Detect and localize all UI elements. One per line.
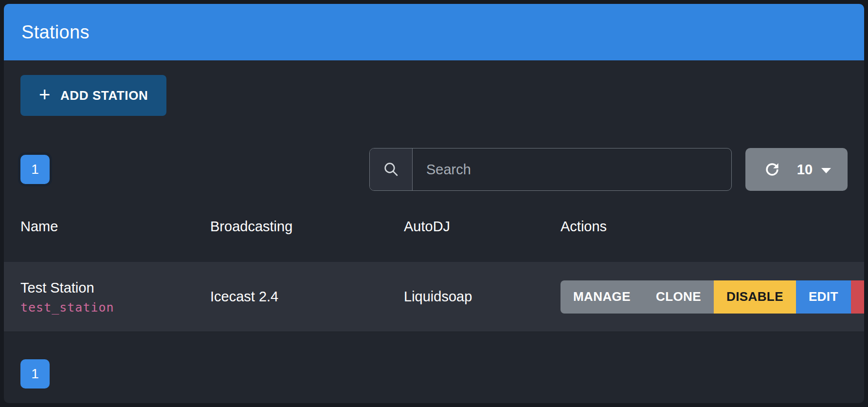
refresh-icon bbox=[763, 160, 781, 179]
station-name-cell: Test Station test_station bbox=[20, 279, 210, 314]
per-page-dropdown[interactable]: 10 bbox=[788, 148, 845, 191]
refresh-button[interactable] bbox=[748, 148, 788, 191]
station-broadcasting: Icecast 2.4 bbox=[210, 289, 404, 305]
column-header-actions: Actions bbox=[561, 219, 848, 235]
search-icon bbox=[382, 161, 400, 178]
per-page-value: 10 bbox=[797, 162, 813, 178]
plus-icon: + bbox=[39, 85, 51, 104]
search-icon-segment bbox=[370, 148, 413, 190]
search-group bbox=[369, 148, 732, 191]
card-footer: 1 bbox=[4, 332, 864, 388]
column-header-broadcasting: Broadcasting bbox=[210, 219, 404, 235]
clone-button[interactable]: CLONE bbox=[643, 280, 714, 314]
actions-button-group: MANAGE CLONE DISABLE EDIT DELETE bbox=[561, 280, 864, 314]
page-title: Stations bbox=[21, 22, 90, 43]
card-header: Stations bbox=[4, 4, 864, 60]
table-header-row: Name Broadcasting AutoDJ Actions bbox=[4, 191, 864, 262]
edit-button[interactable]: EDIT bbox=[796, 280, 851, 314]
stations-card: Stations + ADD STATION 1 bbox=[4, 4, 864, 403]
delete-button[interactable]: DELETE bbox=[851, 280, 864, 314]
add-station-button[interactable]: + ADD STATION bbox=[20, 75, 166, 116]
table-row: Test Station test_station Icecast 2.4 Li… bbox=[4, 262, 864, 332]
column-header-autodj: AutoDJ bbox=[404, 219, 561, 235]
add-station-label: ADD STATION bbox=[60, 88, 148, 103]
station-autodj: Liquidsoap bbox=[404, 289, 561, 305]
column-header-name: Name bbox=[20, 219, 210, 235]
search-input[interactable] bbox=[413, 148, 731, 190]
table-toolbar: 1 bbox=[20, 148, 848, 191]
pagination-page-button-top[interactable]: 1 bbox=[20, 155, 50, 184]
chevron-down-icon bbox=[821, 168, 831, 173]
station-name: Test Station bbox=[20, 279, 210, 296]
disable-button[interactable]: DISABLE bbox=[714, 280, 796, 314]
station-shortcode: test_station bbox=[20, 300, 210, 314]
station-actions-cell: MANAGE CLONE DISABLE EDIT DELETE bbox=[561, 280, 864, 314]
manage-button[interactable]: MANAGE bbox=[561, 280, 643, 314]
pagination-page-button-bottom[interactable]: 1 bbox=[20, 359, 50, 388]
per-page-control: 10 bbox=[745, 148, 848, 191]
